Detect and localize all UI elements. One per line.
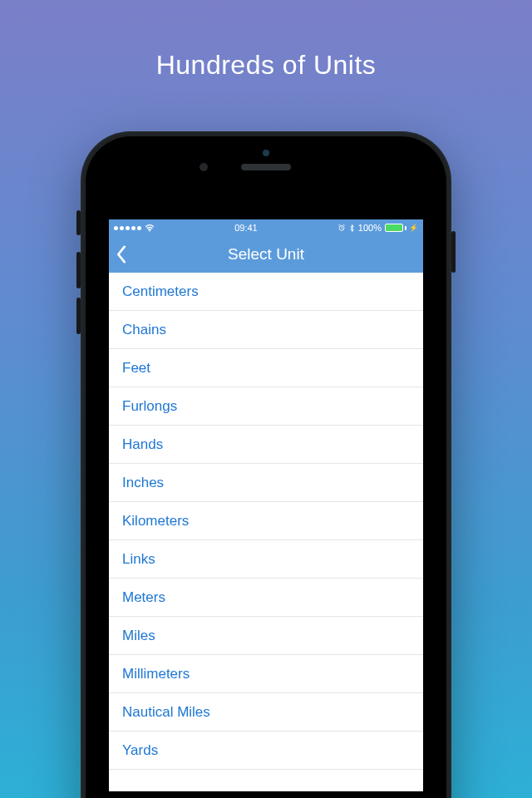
- phone-frame: 09:41 100% ⚡: [81, 131, 451, 798]
- mute-switch: [76, 210, 81, 235]
- wifi-icon: [145, 224, 155, 232]
- battery-percentage: 100%: [358, 223, 382, 233]
- list-item[interactable]: Miles: [109, 617, 423, 655]
- volume-up-button: [76, 252, 81, 288]
- list-item[interactable]: Links: [109, 540, 423, 579]
- chevron-left-icon: [116, 245, 127, 264]
- signal-strength-icon: [114, 226, 141, 230]
- page-title: Select Unit: [228, 245, 304, 264]
- earpiece-speaker: [241, 164, 291, 170]
- list-item[interactable]: Kilometers: [109, 502, 423, 540]
- list-item[interactable]: Feet: [109, 349, 423, 387]
- list-item[interactable]: Furlongs: [109, 387, 423, 426]
- bluetooth-icon: [349, 224, 355, 233]
- list-item[interactable]: Millimeters: [109, 655, 423, 693]
- battery-icon: ⚡: [385, 224, 418, 232]
- power-button: [451, 231, 456, 273]
- list-item[interactable]: Inches: [109, 464, 423, 502]
- proximity-sensor: [263, 150, 269, 156]
- list-item[interactable]: Centimeters: [109, 273, 423, 311]
- back-button[interactable]: [116, 236, 127, 273]
- navigation-bar: Select Unit: [109, 236, 423, 273]
- screen: 09:41 100% ⚡: [109, 219, 423, 791]
- front-camera: [200, 163, 208, 171]
- list-item[interactable]: Meters: [109, 579, 423, 617]
- status-time: 09:41: [234, 223, 258, 233]
- status-bar: 09:41 100% ⚡: [109, 219, 423, 236]
- unit-list[interactable]: CentimetersChainsFeetFurlongsHandsInches…: [109, 273, 423, 770]
- list-item[interactable]: Chains: [109, 311, 423, 349]
- list-item[interactable]: Yards: [109, 732, 423, 770]
- hero-title: Hundreds of Units: [0, 0, 532, 81]
- alarm-icon: [337, 224, 346, 232]
- volume-down-button: [76, 298, 81, 334]
- list-item[interactable]: Nautical Miles: [109, 693, 423, 732]
- list-item[interactable]: Hands: [109, 426, 423, 464]
- svg-point-0: [149, 230, 150, 232]
